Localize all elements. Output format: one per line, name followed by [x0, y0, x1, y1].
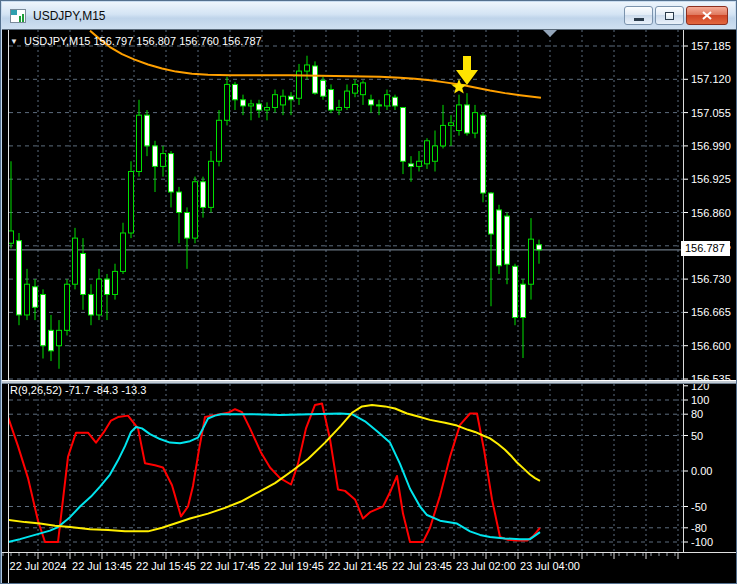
window-title: USDJPY,M15	[33, 9, 105, 23]
chart-ohlc-header: USDJPY,M15 156.797 156.807 156.760 156.7…	[24, 35, 262, 47]
candlestick-chart-icon	[10, 9, 26, 23]
close-button[interactable]	[686, 6, 728, 25]
chart-canvas: 157.185157.120157.055156.990156.925156.8…	[2, 29, 737, 584]
indicator-pane[interactable]	[9, 384, 683, 552]
restore-button[interactable]	[655, 6, 684, 25]
main-chart-pane[interactable]	[9, 30, 683, 380]
window-titlebar[interactable]: USDJPY,M15	[2, 2, 735, 29]
current-price-badge: 156.787	[681, 241, 730, 256]
mt4-chart-window: USDJPY,M15 157.185157.120157.055156.9901…	[0, 0, 737, 584]
chart-menu-arrow-icon[interactable]: ▼	[10, 37, 18, 46]
close-icon	[702, 11, 712, 20]
chart-area: 157.185157.120157.055156.990156.925156.8…	[2, 29, 735, 582]
minimize-button[interactable]	[624, 6, 653, 25]
indicator-label: R(9,26,52) -71.7 -84.3 -13.3	[10, 384, 146, 396]
minimize-icon	[634, 18, 644, 21]
restore-icon	[665, 12, 674, 20]
time-axis[interactable]	[2, 553, 737, 583]
price-axis[interactable]	[683, 30, 729, 552]
